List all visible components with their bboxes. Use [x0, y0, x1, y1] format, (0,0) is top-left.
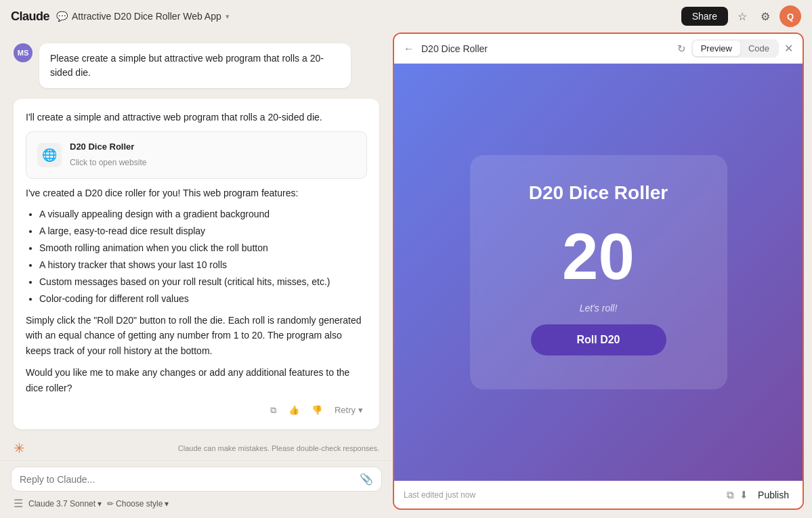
assistant-body: I've created a D20 dice roller for you! …	[26, 186, 367, 200]
claude-logo: Claude	[11, 9, 49, 24]
message-input[interactable]	[20, 474, 354, 485]
roll-button[interactable]: Roll D20	[531, 324, 666, 355]
preview-title: D20 Dice Roller	[421, 43, 488, 54]
input-area: 📎 ☰ Claude 3.7 Sonnet ▾ ✏ Choose style ▾	[0, 460, 393, 518]
assistant-intro: I'll create a simple and attractive web …	[26, 110, 367, 125]
left-panel: MS Please create a simple but attractive…	[0, 33, 393, 518]
assistant-message: I'll create a simple and attractive web …	[14, 99, 379, 429]
attach-button[interactable]: 📎	[360, 473, 373, 485]
tab-group: Preview Code	[691, 39, 779, 58]
assistant-question: Would you like me to make any changes or…	[26, 365, 367, 395]
sidebar-toggle-button[interactable]: ☰	[14, 497, 23, 510]
preview-panel: ← D20 Dice Roller ↻ Preview Code ✕ D2	[393, 33, 804, 510]
list-item: A history tracker that shows your last 1…	[39, 258, 367, 272]
thumbdown-icon: 👎	[312, 405, 322, 415]
list-item: Color-coding for different roll values	[39, 292, 367, 306]
thumbdown-button[interactable]: 👎	[307, 402, 326, 418]
style-select-button[interactable]: ✏ Choose style ▾	[107, 499, 169, 509]
reload-icon: ↻	[677, 43, 686, 54]
asterisk-icon: ✳	[14, 440, 25, 456]
model-label: Claude	[28, 499, 54, 509]
style-chevron-icon: ▾	[165, 499, 169, 509]
assistant-closing: Simply click the "Roll D20" button to ro…	[26, 313, 367, 358]
feature-list: A visually appealing design with a gradi…	[26, 207, 367, 306]
nav-right: Share ☆ ⚙ Q	[681, 5, 801, 27]
nav-title: 💬 Attractive D20 Dice Roller Web App ▾	[56, 11, 230, 22]
star-button[interactable]: ☆	[733, 6, 751, 27]
input-footer: ☰ Claude 3.7 Sonnet ▾ ✏ Choose style ▾	[11, 497, 382, 510]
settings-icon: ⚙	[761, 10, 770, 23]
list-item: Smooth rolling animation when you click …	[39, 241, 367, 255]
artifact-card[interactable]: 🌐 D20 Dice Roller Click to open website	[26, 131, 367, 178]
artifact-title: D20 Dice Roller	[70, 140, 146, 154]
chat-icon: 💬	[56, 11, 68, 22]
model-version: 3.7 Sonnet	[56, 499, 95, 509]
share-button[interactable]: Share	[681, 7, 728, 26]
close-icon: ✕	[784, 43, 793, 54]
disclaimer: Claude can make mistakes. Please double-…	[178, 444, 379, 452]
publish-button[interactable]: Publish	[754, 487, 793, 503]
footer-download-button[interactable]: ⬇	[740, 489, 748, 501]
preview-back-button[interactable]: ←	[404, 43, 414, 55]
dice-app: D20 Dice Roller 20 Let's roll! Roll D20	[470, 155, 727, 389]
settings-button[interactable]: ⚙	[756, 6, 774, 27]
preview-nav-left: ← D20 Dice Roller	[404, 43, 488, 55]
dice-app-title: D20 Dice Roller	[529, 182, 668, 204]
tab-code[interactable]: Code	[740, 41, 777, 56]
list-item: Custom messages based on your roll resul…	[39, 275, 367, 289]
footer-copy-button[interactable]: ⧉	[727, 489, 734, 501]
nav-left: Claude 💬 Attractive D20 Dice Roller Web …	[11, 9, 230, 24]
preview-nav-right: ↻ Preview Code ✕	[677, 39, 793, 58]
model-chevron-icon: ▾	[98, 499, 102, 509]
preview-footer: Last edited just now ⧉ ⬇ Publish	[394, 481, 803, 509]
thumbup-icon: 👍	[289, 405, 299, 415]
artifact-icon: 🌐	[37, 143, 62, 167]
retry-button[interactable]: Retry ▾	[330, 402, 367, 418]
user-bubble: Please create a simple but attractive we…	[39, 43, 351, 88]
top-nav: Claude 💬 Attractive D20 Dice Roller Web …	[0, 0, 812, 33]
user-message: MS Please create a simple but attractive…	[14, 43, 379, 88]
last-edited: Last edited just now	[404, 490, 475, 500]
claude-asterisk: ✳	[14, 440, 25, 456]
preview-content: D20 Dice Roller 20 Let's roll! Roll D20	[394, 64, 803, 481]
footer-copy-icon: ⧉	[727, 489, 734, 500]
page-title[interactable]: Attractive D20 Dice Roller Web App	[72, 11, 221, 22]
avatar[interactable]: Q	[779, 5, 801, 27]
main-layout: MS Please create a simple but attractive…	[0, 33, 812, 518]
copy-button[interactable]: ⧉	[266, 402, 280, 418]
input-box: 📎	[11, 467, 382, 492]
copy-icon: ⧉	[270, 405, 276, 416]
thumbup-button[interactable]: 👍	[284, 402, 303, 418]
dice-number: 20	[562, 224, 635, 289]
tab-preview[interactable]: Preview	[693, 41, 740, 56]
message-actions: ⧉ 👍 👎 Retry ▾	[26, 402, 367, 418]
chat-area: MS Please create a simple but attractive…	[0, 33, 393, 436]
style-label: Choose style	[116, 499, 163, 509]
artifact-info: D20 Dice Roller Click to open website	[70, 140, 146, 169]
footer-actions: ⧉ ⬇ Publish	[727, 487, 793, 503]
user-avatar: MS	[14, 43, 33, 62]
attach-icon: 📎	[360, 473, 373, 485]
retry-chevron-icon: ▾	[358, 405, 363, 415]
star-icon: ☆	[738, 10, 747, 23]
model-select-button[interactable]: Claude 3.7 Sonnet ▾	[28, 499, 102, 509]
back-icon: ←	[404, 43, 414, 54]
preview-reload-button[interactable]: ↻	[677, 43, 686, 55]
style-pencil-icon: ✏	[107, 499, 114, 509]
chevron-down-icon[interactable]: ▾	[226, 12, 230, 21]
sidebar-icon: ☰	[14, 498, 23, 509]
artifact-subtitle: Click to open website	[70, 158, 146, 167]
preview-header: ← D20 Dice Roller ↻ Preview Code ✕	[394, 34, 803, 64]
preview-close-button[interactable]: ✕	[784, 42, 793, 55]
list-item: A large, easy-to-read dice result displa…	[39, 224, 367, 238]
dice-subtitle: Let's roll!	[580, 303, 618, 314]
bottom-bar: ✳ Claude can make mistakes. Please doubl…	[0, 436, 393, 460]
retry-label: Retry	[335, 405, 356, 415]
list-item: A visually appealing design with a gradi…	[39, 207, 367, 221]
footer-download-icon: ⬇	[740, 489, 748, 500]
